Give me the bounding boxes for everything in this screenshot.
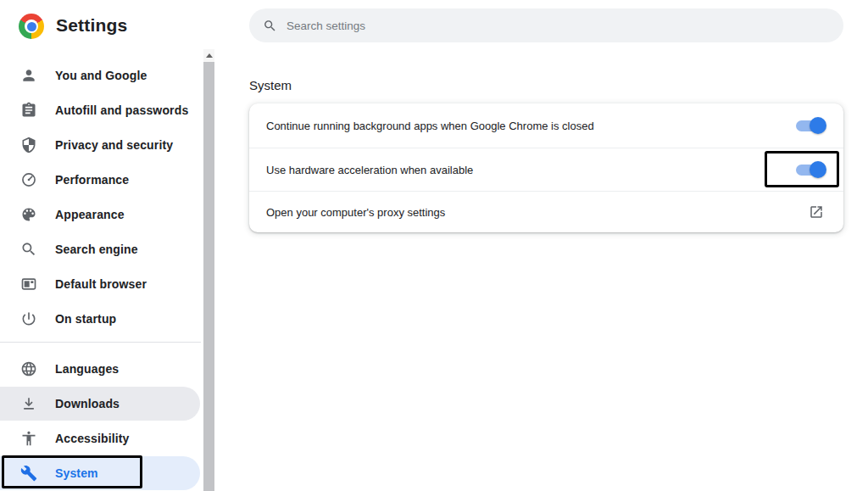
sidebar-item-appearance[interactable]: Appearance	[0, 198, 200, 232]
speedometer-icon	[20, 171, 37, 188]
sidebar-item-search-engine[interactable]: Search engine	[0, 232, 200, 266]
sidebar-item-label: You and Google	[55, 69, 147, 82]
sidebar-item-autofill[interactable]: Autofill and passwords	[0, 93, 200, 127]
sidebar-item-you-and-google[interactable]: You and Google	[0, 59, 200, 92]
sidebar-item-label: Appearance	[55, 208, 125, 221]
sidebar-item-privacy[interactable]: Privacy and security	[0, 128, 200, 162]
sidebar-item-default-browser[interactable]: Default browser	[0, 267, 200, 301]
sidebar-item-label: Search engine	[55, 243, 138, 256]
sidebar-item-label: Performance	[55, 173, 129, 187]
sidebar-item-label: On startup	[55, 312, 116, 326]
sidebar-item-label: System	[55, 466, 98, 480]
setting-label: Use hardware acceleration when available	[266, 164, 473, 176]
download-icon	[20, 395, 37, 412]
sidebar-item-label: Accessibility	[55, 432, 130, 445]
setting-row-proxy[interactable]: Open your computer's proxy settings	[249, 191, 843, 232]
sidebar-item-label: Default browser	[55, 277, 147, 291]
settings-main-content: System Continue running background apps …	[214, 0, 868, 491]
system-settings-card: Continue running background apps when Go…	[249, 103, 843, 232]
browser-window-icon	[20, 276, 37, 293]
hardware-acceleration-toggle[interactable]	[796, 161, 826, 178]
sidebar-item-performance[interactable]: Performance	[0, 163, 200, 197]
section-title: System	[249, 78, 292, 92]
sidebar-item-label: Autofill and passwords	[55, 103, 188, 117]
setting-row-background-apps: Continue running background apps when Go…	[249, 103, 843, 148]
page-title: Settings	[56, 15, 127, 36]
toggle-thumb	[810, 161, 826, 178]
search-settings-bar[interactable]	[249, 8, 843, 42]
sidebar-item-accessibility[interactable]: Accessibility	[0, 421, 200, 455]
sidebar-item-system[interactable]: System	[0, 456, 200, 490]
palette-icon	[20, 206, 37, 223]
sidebar-item-languages[interactable]: Languages	[0, 352, 200, 386]
globe-icon	[20, 360, 37, 377]
sidebar-scrollbar-thumb[interactable]	[203, 62, 214, 491]
wrench-icon	[20, 465, 37, 482]
search-input[interactable]	[287, 20, 795, 32]
sidebar-divider	[0, 342, 201, 343]
toggle-thumb	[810, 117, 826, 134]
sidebar-item-downloads[interactable]: Downloads	[0, 387, 200, 421]
setting-label: Open your computer's proxy settings	[266, 206, 445, 219]
person-icon	[20, 67, 37, 84]
accessibility-icon	[20, 430, 37, 447]
clipboard-icon	[20, 102, 37, 119]
background-apps-toggle[interactable]	[796, 117, 826, 134]
sidebar-item-label: Languages	[55, 362, 119, 376]
chrome-settings-window: Settings You and Google Autofill and pas…	[0, 0, 868, 491]
search-icon	[263, 19, 277, 33]
scrollbar-up-arrow-icon[interactable]	[203, 49, 214, 62]
power-icon	[20, 310, 37, 327]
external-link-icon[interactable]	[809, 204, 826, 220]
magnifier-icon	[20, 241, 37, 258]
settings-sidebar: Settings You and Google Autofill and pas…	[0, 0, 214, 491]
setting-row-hardware-acceleration: Use hardware acceleration when available	[249, 148, 843, 191]
sidebar-item-label: Downloads	[55, 397, 120, 410]
setting-label: Continue running background apps when Go…	[266, 120, 594, 132]
chrome-logo-icon	[19, 14, 44, 39]
sidebar-item-label: Privacy and security	[55, 138, 173, 152]
sidebar-item-on-startup[interactable]: On startup	[0, 302, 200, 336]
shield-icon	[20, 137, 37, 153]
